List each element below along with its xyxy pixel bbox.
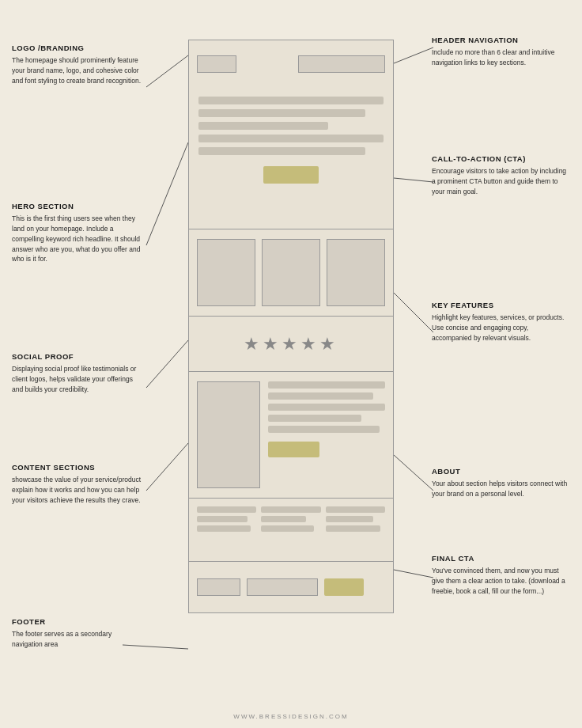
wf-footer-cta[interactable] [324, 578, 364, 596]
annotation-social: SOCIAL PROOF Displaying social proof lik… [12, 352, 142, 395]
wf-content-line-1 [197, 506, 256, 513]
annotation-content: CONTENT SECTIONS showcase the value of y… [12, 463, 142, 506]
annotation-footer: FOOTER The footer serves as a secondary … [12, 617, 142, 650]
wf-footer-section [188, 562, 394, 613]
annotation-header-nav-title: HEADER NAVIGATION [432, 36, 570, 45]
annotation-about: ABOUT Your about section helps visitors … [432, 467, 570, 499]
page-wrapper: LOGO /BRANDING The homepage should promi… [0, 0, 582, 728]
wf-feature-1 [197, 239, 255, 306]
annotation-final-cta-text: You've convinced them, and now you must … [432, 566, 570, 596]
annotation-header-nav-text: Include no more than 6 clear and intuiti… [432, 47, 570, 68]
wf-about-line-4 [268, 415, 361, 422]
wf-about-image [197, 381, 260, 488]
annotation-logo: LOGO /BRANDING The homepage should promi… [12, 44, 142, 86]
annotation-header-nav: HEADER NAVIGATION Include no more than 6… [432, 36, 570, 68]
wireframe-column: ★★★★★ [188, 40, 394, 613]
annotation-final-cta-title: FINAL CTA [432, 554, 570, 563]
annotation-logo-title: LOGO /BRANDING [12, 44, 142, 53]
svg-line-5 [394, 47, 433, 63]
svg-line-1 [146, 142, 188, 245]
wf-footer-box-2 [247, 578, 318, 596]
annotation-hero: HERO SECTION This is the first thing use… [12, 202, 142, 264]
wf-nav-placeholder [298, 55, 385, 73]
annotation-footer-title: FOOTER [12, 617, 142, 627]
svg-line-6 [394, 178, 433, 182]
annotation-social-text: Displaying social proof like testimonial… [12, 364, 142, 394]
svg-line-0 [146, 55, 188, 87]
wf-about-content [268, 381, 385, 488]
wf-content-line-3 [197, 525, 251, 532]
wf-header-section [188, 40, 394, 87]
wf-content-section [188, 499, 394, 562]
wf-about-cta[interactable] [268, 442, 319, 457]
svg-line-2 [146, 340, 188, 388]
annotation-features-text: Highlight key features, services, or pro… [432, 313, 570, 343]
wf-feature-3 [327, 239, 385, 306]
annotation-content-text: showcase the value of your service/produ… [12, 475, 142, 505]
wf-content-col-1 [197, 506, 256, 553]
wf-hero-line-4 [198, 135, 384, 142]
svg-line-8 [394, 455, 433, 491]
wf-about-line-5 [268, 426, 380, 433]
annotation-cta-text: Encourage visitors to take action by inc… [432, 166, 570, 196]
annotation-features: KEY FEATURES Highlight key features, ser… [432, 301, 570, 343]
annotation-social-title: SOCIAL PROOF [12, 352, 142, 362]
annotation-features-title: KEY FEATURES [432, 301, 570, 310]
annotation-cta-title: CALL-TO-ACTION (CTA) [432, 154, 570, 164]
wf-about-line-3 [268, 404, 385, 411]
annotation-hero-text: This is the first thing users see when t… [12, 214, 142, 264]
wf-hero-line-3 [198, 122, 328, 130]
site-url: WWW.BRESSIDESIGN.COM [0, 713, 582, 720]
wf-hero-line-2 [198, 109, 365, 117]
wf-hero-line-5 [198, 147, 365, 155]
wf-logo-placeholder [197, 55, 236, 73]
wf-about-line-1 [268, 381, 385, 389]
annotation-cta: CALL-TO-ACTION (CTA) Encourage visitors … [432, 154, 570, 197]
wf-content-col-2 [261, 506, 320, 553]
svg-line-3 [146, 443, 188, 491]
wf-feature-2 [262, 239, 320, 306]
svg-line-9 [394, 570, 433, 578]
wf-about-line-2 [268, 392, 373, 400]
wf-content-line-4 [261, 506, 320, 513]
wf-content-line-9 [326, 525, 380, 532]
wf-hero-section [188, 87, 394, 229]
annotation-content-title: CONTENT SECTIONS [12, 463, 142, 472]
wf-about-section [188, 372, 394, 499]
wf-content-line-2 [197, 516, 248, 522]
svg-line-7 [394, 293, 433, 332]
wf-footer-box-1 [197, 578, 240, 596]
wf-content-line-5 [261, 516, 305, 522]
annotation-about-text: Your about section helps visitors connec… [432, 479, 570, 499]
annotation-logo-text: The homepage should prominently feature … [12, 55, 142, 85]
wf-features-section [188, 229, 394, 317]
wf-hero-line-1 [198, 97, 384, 104]
wf-content-line-7 [326, 506, 385, 513]
annotation-final-cta: FINAL CTA You've convinced them, and now… [432, 554, 570, 597]
annotation-footer-text: The footer serves as a secondary navigat… [12, 629, 142, 650]
wf-hero-cta[interactable] [263, 166, 319, 184]
annotation-about-title: ABOUT [432, 467, 570, 476]
wf-social-section: ★★★★★ [188, 317, 394, 372]
annotation-hero-title: HERO SECTION [12, 202, 142, 211]
wf-content-line-8 [326, 516, 373, 522]
wf-stars: ★★★★★ [244, 334, 338, 355]
wf-content-col-3 [326, 506, 385, 553]
wf-content-line-6 [261, 525, 313, 532]
